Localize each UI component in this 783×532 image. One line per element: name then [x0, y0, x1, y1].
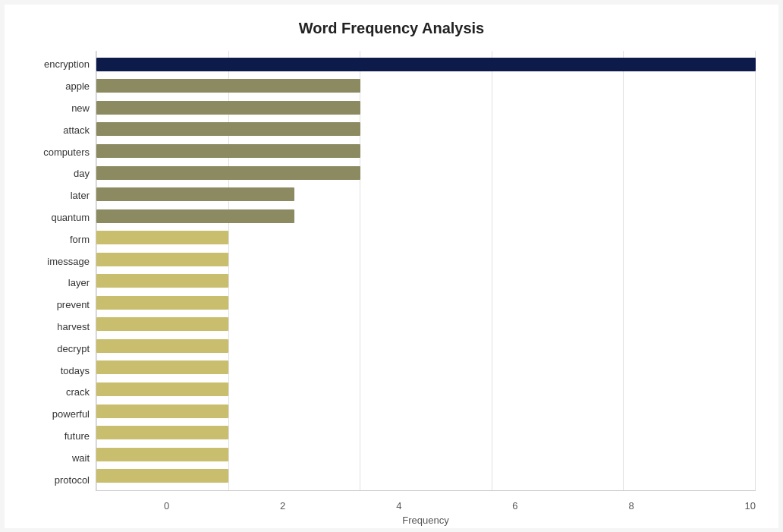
y-axis-label: computers	[27, 142, 90, 162]
bar	[96, 360, 228, 374]
bar-row	[96, 251, 756, 268]
bar	[96, 122, 360, 136]
bar	[96, 469, 228, 483]
bar-row	[96, 208, 756, 225]
y-axis-label: apple	[27, 77, 90, 96]
bar-row	[96, 424, 756, 441]
y-axis-label: harvest	[27, 316, 90, 336]
x-tick-label: 0	[164, 500, 169, 512]
y-axis-label: prevent	[27, 295, 90, 315]
bar	[96, 231, 228, 244]
x-axis-labels: 0246810	[164, 496, 756, 512]
x-axis-title: Frequency	[96, 515, 756, 526]
y-axis-label: decrypt	[27, 338, 90, 358]
bar	[96, 296, 228, 310]
y-axis-label: attack	[27, 120, 90, 140]
plot-area	[96, 51, 756, 491]
bar-row	[96, 381, 756, 398]
y-axis-label: quantum	[27, 207, 90, 227]
chart-title: Word Frequency Analysis	[27, 20, 756, 37]
y-axis-label: wait	[27, 448, 90, 467]
bar	[96, 166, 360, 180]
bar-row	[96, 316, 756, 332]
y-axis-label: powerful	[27, 405, 90, 424]
y-axis-label: future	[27, 426, 90, 445]
x-tick-label: 4	[396, 500, 401, 512]
y-axis-label: form	[27, 229, 90, 249]
bar-row	[96, 99, 756, 116]
bar	[96, 426, 228, 439]
y-axis-label: day	[27, 164, 90, 184]
x-tick-label: 2	[280, 500, 285, 512]
bar	[96, 253, 228, 266]
y-axis-label: crack	[27, 382, 90, 402]
bar-row	[96, 403, 756, 420]
bar-row	[96, 165, 756, 181]
x-tick-label: 6	[512, 500, 517, 512]
bar	[96, 317, 228, 331]
bar	[96, 274, 228, 288]
bar	[96, 187, 294, 201]
bar-row	[96, 272, 756, 289]
chart-area: encryptionapplenewattackcomputersdaylate…	[27, 51, 756, 491]
y-axis-label: later	[27, 186, 90, 206]
bar-row	[96, 121, 756, 137]
bar-row	[96, 186, 756, 203]
x-tick-label: 8	[628, 500, 634, 512]
y-axis-label: protocol	[27, 470, 90, 490]
bar-row	[96, 467, 756, 484]
bar-row	[96, 143, 756, 159]
y-axis-label: todays	[27, 360, 90, 380]
bar	[96, 382, 228, 396]
bar	[96, 79, 360, 93]
bar	[96, 209, 294, 223]
chart-container: Word Frequency Analysis encryptionapplen…	[5, 5, 778, 528]
y-axis-labels: encryptionapplenewattackcomputersdaylate…	[27, 51, 96, 491]
y-axis-label: encryption	[27, 55, 90, 74]
bar	[96, 339, 228, 353]
y-axis-label: imessage	[27, 251, 90, 271]
bar	[96, 405, 228, 418]
bar-row	[96, 359, 756, 376]
bars-container	[96, 51, 756, 490]
bar-row	[96, 294, 756, 311]
bar	[96, 58, 756, 71]
bar	[96, 144, 360, 158]
y-axis-label: new	[27, 98, 90, 118]
bar-row	[96, 56, 756, 73]
bar	[96, 448, 228, 461]
bar-row	[96, 446, 756, 463]
bar-row	[96, 338, 756, 354]
bar-row	[96, 229, 756, 246]
bar-row	[96, 77, 756, 94]
y-axis-label: layer	[27, 273, 90, 293]
bar	[96, 101, 360, 115]
x-tick-label: 10	[744, 500, 755, 512]
